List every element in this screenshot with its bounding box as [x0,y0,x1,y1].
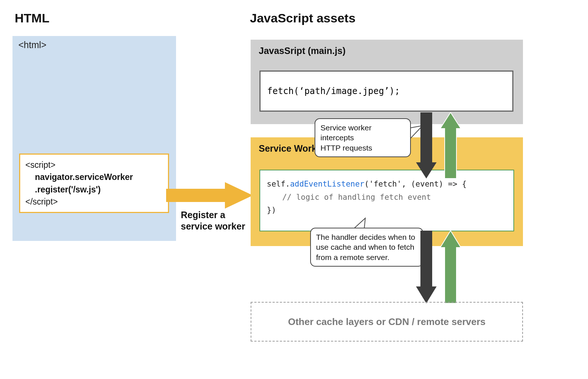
script-line-1: navigator.serviceWorker [25,171,163,183]
script-line-2: .register('/sw.js') [25,184,163,196]
sw-code-comment: // logic of handling fetch event [267,191,507,204]
bubble2-line2: use cache and when to fetch [316,243,414,251]
script-close-tag: </script> [25,196,163,208]
diagram-stage: HTML <html> <script> navigator.serviceWo… [12,11,527,364]
script-open-tag: <script> [25,159,163,171]
sw-code-box: self.addEventListener('fetch', (event) =… [259,170,514,231]
html-section-title: HTML [15,11,49,25]
register-label-line1: Register a [181,210,225,220]
bubble1-line2: HTTP requests [320,144,372,152]
bubble2-line1: The handler decides when to [316,233,415,241]
sw-code-line1: self.addEventListener('fetch', (event) =… [267,178,507,191]
svg-marker-0 [166,182,253,209]
register-label-line2: service worker [181,221,245,231]
mainjs-panel-label: JavasSript (main.js) [259,46,515,56]
svg-marker-3 [416,112,437,178]
svg-marker-5 [416,231,437,303]
html-open-tag: <html> [18,40,46,50]
sw-code-close: }) [267,204,507,217]
register-arrow-label: Register a service worker [181,209,245,232]
script-code-box: <script> navigator.serviceWorker .regist… [19,154,169,213]
js-section-title: JavaScript assets [250,11,355,25]
register-arrow-icon [166,181,254,210]
bubble2-line3: from a remote server. [316,253,390,261]
remote-servers-label: Other cache layers or CDN / remote serve… [288,316,486,328]
mainjs-code-text: fetch(‘path/image.jpeg’); [267,86,400,96]
bubble-intercepts: Service worker intercepts HTTP requests [315,118,411,157]
svg-marker-4 [440,112,461,178]
remote-servers-box: Other cache layers or CDN / remote serve… [251,302,523,342]
arrow-up-green-1-icon [440,112,461,178]
arrow-down-dark-1-icon [416,112,437,178]
arrow-down-dark-2-icon [416,231,437,303]
mainjs-code-box: fetch(‘path/image.jpeg’); [259,71,513,112]
arrow-up-green-2-icon [440,231,461,303]
svg-marker-6 [440,231,461,303]
bubble1-line1: Service worker intercepts [320,123,372,142]
bubble-handler: The handler decides when to use cache an… [310,228,423,267]
